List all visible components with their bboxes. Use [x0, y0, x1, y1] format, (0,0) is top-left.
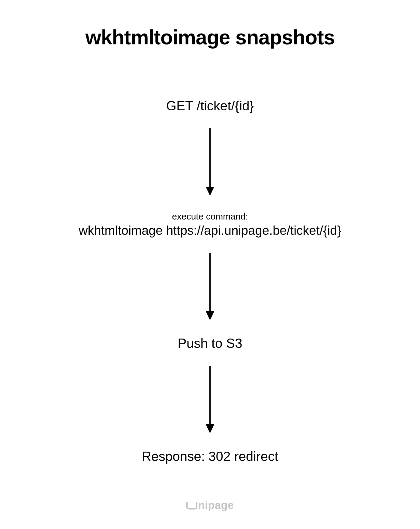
svg-marker-1	[206, 187, 214, 196]
arrow-down-icon	[204, 366, 216, 433]
arrow-down-icon	[204, 253, 216, 320]
svg-marker-3	[206, 311, 214, 320]
flow-step-execute-label: execute command:	[79, 211, 341, 222]
flow-step-execute: execute command: wkhtmltoimage https://a…	[79, 211, 341, 238]
flow-step-response: Response: 302 redirect	[142, 449, 278, 464]
brand-logo-text: nipage	[198, 499, 234, 512]
flow-step-push-s3: Push to S3	[178, 336, 242, 351]
arrow-down-icon	[204, 128, 216, 196]
flow-step-request: GET /ticket/{id}	[166, 98, 254, 113]
page-title: wkhtmltoimage snapshots	[86, 25, 335, 49]
brand-logo: nipage	[186, 499, 234, 512]
flow-diagram: GET /ticket/{id} execute command: wkhtml…	[0, 98, 420, 464]
svg-marker-5	[206, 424, 214, 433]
flow-step-execute-command: wkhtmltoimage https://api.unipage.be/tic…	[79, 223, 341, 238]
brand-logo-mark-icon	[186, 502, 197, 510]
